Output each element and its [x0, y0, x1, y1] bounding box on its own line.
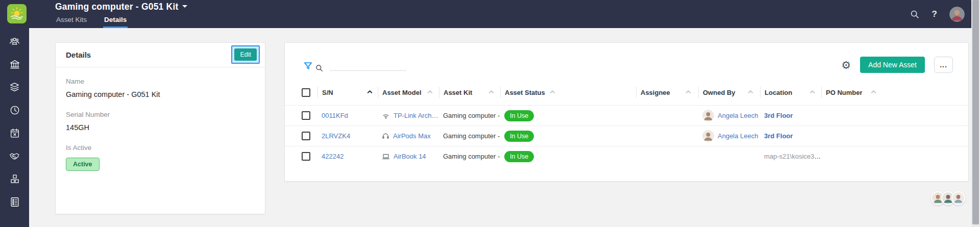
status-badge: In Use [504, 110, 534, 121]
left-nav-sidebar [0, 28, 29, 227]
active-status-badge: Active [66, 158, 100, 171]
column-header-assignee[interactable]: Assignee [636, 87, 698, 98]
header-select-all-cell [293, 87, 317, 98]
location-link[interactable]: 3rd Floor [764, 112, 793, 119]
sidebar-item-audit[interactable] [8, 196, 21, 208]
page-title-block[interactable]: Gaming computer - G051 Kit [55, 2, 187, 12]
sidebar-item-stock[interactable] [8, 173, 21, 185]
column-header-label: PO Number [826, 89, 863, 96]
sort-caret-up-icon[interactable] [367, 90, 373, 94]
column-header-label: Location [765, 89, 792, 96]
clock-icon [9, 105, 20, 116]
topbar-actions: ? [910, 0, 965, 28]
sn-link[interactable]: 0011KFd [322, 112, 348, 119]
details-panel-title: Details [66, 51, 91, 59]
table-row: 2LRVZK4 AirPods Max Gaming computer - ..… [285, 125, 968, 146]
sort-caret-up-icon[interactable] [748, 90, 753, 94]
column-header-location[interactable]: Location [760, 87, 821, 98]
tab-asset-kits[interactable]: Asset Kits [55, 14, 88, 28]
more-actions-button[interactable]: ... [934, 57, 953, 73]
row-checkbox[interactable] [302, 152, 310, 161]
gear-icon[interactable]: ⚙ [841, 60, 851, 70]
scrollbar-thumb[interactable] [972, 0, 979, 224]
asset-kit-cell: Gaming computer - ... [439, 132, 500, 140]
asset-model-link[interactable]: TP-Link Archer ... [394, 112, 439, 119]
sort-caret-up-icon[interactable] [810, 90, 815, 94]
location-link[interactable]: 3rd Floor [764, 132, 793, 140]
details-panel: Details Edit Name Gaming computer - G051… [55, 42, 265, 214]
sort-caret-up-icon[interactable] [550, 90, 555, 94]
headphones-icon [382, 132, 389, 140]
search-icon[interactable] [315, 64, 324, 72]
sidebar-item-agreements[interactable] [8, 150, 21, 162]
field-label-serial-number: Serial Number [66, 111, 255, 118]
tab-details[interactable]: Details [103, 14, 128, 28]
title-dropdown-caret-icon [182, 5, 187, 10]
sidebar-item-organization[interactable] [8, 59, 21, 70]
owner-avatar [702, 110, 714, 121]
column-header-label: Asset Kit [444, 89, 472, 96]
edit-button[interactable]: Edit [234, 48, 257, 61]
sort-caret-up-icon[interactable] [427, 90, 433, 94]
sn-link[interactable]: 2LRVZK4 [322, 132, 350, 140]
app-logo[interactable] [7, 4, 27, 23]
column-header-sn[interactable]: S/N [317, 87, 378, 98]
column-header-label: Owned By [703, 89, 736, 96]
select-all-checkbox[interactable] [302, 88, 310, 97]
location-path-prefix: map-s21\kosice3\ [764, 153, 821, 160]
sort-caret-up-icon[interactable] [488, 90, 494, 94]
handshake-icon [8, 150, 21, 162]
table-search-input[interactable] [330, 59, 406, 71]
table-row: 0011KFd TP-Link Archer ... Gaming comput… [285, 105, 968, 125]
column-header-label: Asset Status [505, 89, 545, 96]
column-header-label: Assignee [641, 89, 670, 96]
sort-caret-up-icon[interactable] [871, 90, 876, 94]
asset-model-link[interactable]: AirPods Max [393, 132, 431, 140]
column-header-owned-by[interactable]: Owned By [698, 87, 760, 98]
column-header-asset-kit[interactable]: Asset Kit [439, 87, 500, 98]
location-cell: map-s21\kosice3\1s... [760, 153, 821, 160]
column-header-asset-model[interactable]: Asset Model [378, 87, 439, 98]
column-header-po-number[interactable]: PO Number [821, 87, 968, 98]
column-header-label: Asset Model [382, 89, 422, 96]
help-icon[interactable]: ? [932, 9, 937, 19]
sidebar-item-reservations[interactable] [8, 128, 21, 139]
user-avatar[interactable] [949, 7, 965, 22]
sort-caret-up-icon[interactable] [685, 90, 691, 94]
sidebar-item-assets[interactable] [8, 82, 21, 93]
presence-avatar[interactable] [951, 191, 965, 205]
checklist-icon [9, 196, 20, 208]
asset-kit-cell: Gaming computer - ... [439, 153, 500, 160]
bank-icon [9, 59, 20, 70]
cubes-icon [9, 173, 20, 185]
presence-avatars [931, 191, 965, 205]
calendar-x-icon [9, 128, 20, 139]
sidebar-item-people[interactable] [8, 36, 21, 47]
table-filter-search [303, 59, 406, 71]
table-header-row: S/N Asset Model Asset Kit Asset Status A… [285, 87, 968, 105]
add-new-asset-button[interactable]: Add New Asset [860, 57, 925, 73]
field-label-name: Name [66, 78, 255, 85]
search-icon[interactable] [910, 9, 920, 19]
layers-icon [9, 82, 20, 93]
owned-by-link[interactable]: Angela Leech [718, 112, 758, 119]
filter-funnel-icon[interactable] [303, 61, 313, 71]
wifi-icon [382, 112, 390, 120]
row-checkbox[interactable] [302, 132, 310, 140]
field-label-is-active: Is Active [66, 144, 255, 152]
table-toolbar-actions: ⚙ Add New Asset ... [841, 57, 953, 73]
row-checkbox[interactable] [302, 111, 310, 120]
asset-model-link[interactable]: AirBook 14 [394, 153, 426, 160]
status-badge: In Use [504, 131, 534, 142]
vertical-scrollbar[interactable] [971, 0, 980, 227]
people-icon [8, 36, 21, 47]
owned-by-link[interactable]: Angela Leech [718, 132, 758, 140]
column-header-asset-status[interactable]: Asset Status [500, 87, 636, 98]
sidebar-item-history[interactable] [8, 105, 21, 116]
table-row: 422242 AirBook 14 Gaming computer - ... … [285, 146, 968, 166]
edit-button-focus-ring: Edit [231, 45, 260, 64]
column-header-label: S/N [322, 89, 333, 96]
status-badge: In Use [504, 151, 534, 162]
sn-link[interactable]: 422242 [322, 153, 344, 160]
table-toolbar: ⚙ Add New Asset ... [285, 43, 968, 87]
